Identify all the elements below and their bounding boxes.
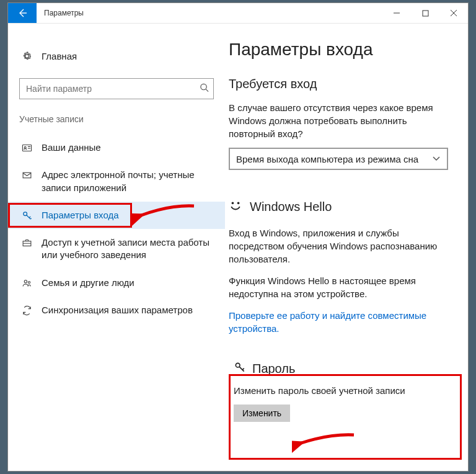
- settings-window: Параметры Главная: [7, 2, 469, 472]
- people-icon: [19, 278, 34, 288]
- close-icon: [450, 9, 457, 17]
- main-panel: Параметры входа Требуется вход В случае …: [225, 24, 468, 471]
- sidebar-item-label: Адрес электронной почты; учетные записи …: [42, 169, 214, 194]
- chevron-down-icon: [432, 154, 441, 164]
- svg-point-1: [201, 84, 206, 89]
- mail-icon: [19, 170, 34, 181]
- svg-point-10: [237, 202, 240, 205]
- sidebar-item-your-info[interactable]: Ваши данные: [8, 134, 225, 161]
- gear-icon: [19, 51, 34, 61]
- svg-rect-4: [23, 173, 31, 179]
- sidebar-item-label: Ваши данные: [42, 141, 214, 154]
- key-icon: [19, 210, 34, 221]
- person-card-icon: [19, 143, 34, 153]
- hello-label: Windows Hello: [250, 200, 332, 214]
- window-title: Параметры: [37, 3, 91, 23]
- svg-point-8: [28, 281, 30, 283]
- close-button[interactable]: [439, 3, 468, 23]
- maximize-button[interactable]: [411, 3, 439, 23]
- key-icon: [234, 361, 246, 377]
- password-section: Пароль Изменить пароль своей учетной зап…: [229, 356, 456, 433]
- home-label: Главная: [42, 51, 77, 61]
- sidebar-item-label: Семья и другие люди: [42, 277, 214, 289]
- sidebar-item-email-accounts[interactable]: Адрес электронной почты; учетные записи …: [8, 161, 225, 202]
- sidebar-item-signin-options[interactable]: Параметры входа: [8, 202, 225, 229]
- minimize-button[interactable]: [382, 3, 411, 23]
- password-heading-row: Пароль: [234, 361, 451, 377]
- sync-icon: [19, 305, 34, 316]
- smiley-icon: [229, 199, 242, 215]
- arrow-left-icon: [17, 8, 27, 18]
- require-signin-heading: Требуется вход: [229, 77, 456, 91]
- svg-point-9: [232, 202, 234, 205]
- sidebar-item-label: Доступ к учетной записи места работы или…: [42, 236, 214, 262]
- home-link[interactable]: Главная: [8, 43, 225, 68]
- svg-point-11: [236, 363, 240, 367]
- hello-compat-link[interactable]: Проверьте ее работу и найдите совместимы…: [229, 309, 456, 335]
- sidebar-item-family[interactable]: Семья и другие люди: [8, 269, 225, 297]
- back-button[interactable]: [8, 3, 37, 23]
- sidebar-item-work-access[interactable]: Доступ к учетной записи места работы или…: [8, 229, 225, 269]
- page-title: Параметры входа: [229, 40, 456, 60]
- minimize-icon: [393, 9, 400, 17]
- svg-point-5: [23, 212, 27, 216]
- svg-rect-0: [423, 11, 428, 16]
- hello-text1: Вход в Windows, приложения и службы поср…: [229, 226, 456, 266]
- sidebar-item-label: Синхронизация ваших параметров: [42, 304, 214, 316]
- sidebar-group-header: Учетные записи: [8, 114, 225, 124]
- briefcase-icon: [19, 238, 34, 248]
- search-wrap: [19, 78, 214, 99]
- svg-point-3: [24, 146, 26, 148]
- svg-point-7: [24, 280, 27, 282]
- hello-text2: Функция Windows Hello в настоящее время …: [229, 274, 456, 300]
- require-signin-dropdown[interactable]: Время выхода компьютера из режима сна: [229, 148, 448, 170]
- sidebar-item-label: Параметры входа: [42, 209, 214, 221]
- password-text: Изменить пароль своей учетной записи: [234, 384, 451, 397]
- require-signin-text: В случае вашего отсутствия через какое в…: [229, 101, 456, 140]
- svg-rect-2: [22, 145, 31, 151]
- search-input[interactable]: [19, 78, 214, 99]
- password-heading: Пароль: [252, 362, 295, 376]
- dropdown-value: Время выхода компьютера из режима сна: [236, 154, 418, 164]
- change-password-button[interactable]: Изменить: [234, 405, 290, 422]
- sidebar-item-sync[interactable]: Синхронизация ваших параметров: [8, 297, 225, 324]
- sidebar: Главная Учетные записи Ваши данные А: [8, 24, 225, 471]
- search-icon: [200, 83, 209, 95]
- maximize-icon: [422, 10, 429, 17]
- windows-hello-heading: Windows Hello: [229, 199, 456, 215]
- titlebar: Параметры: [8, 3, 468, 24]
